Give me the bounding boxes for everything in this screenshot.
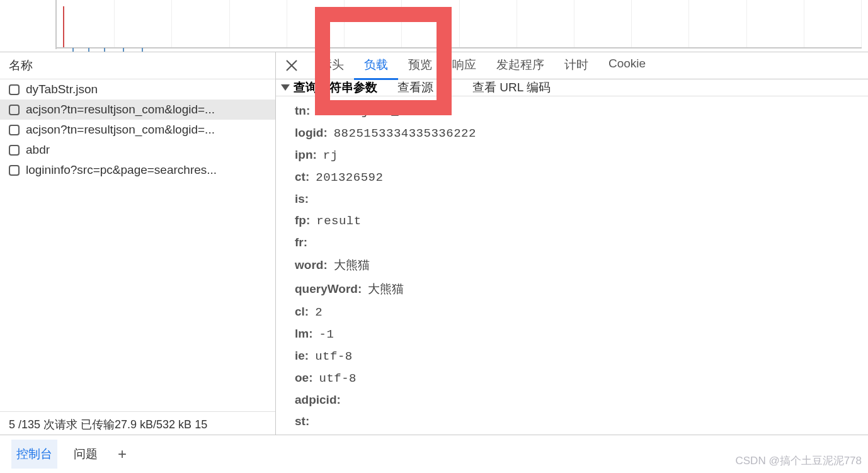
param-value: 8825153334335336222 (334, 127, 476, 140)
param-value: utf-8 (319, 372, 357, 385)
param-key: fr: (295, 236, 307, 249)
file-type-icon (9, 125, 20, 135)
param-row: oe:utf-8 (295, 371, 849, 385)
request-name: dyTabStr.json (26, 83, 98, 96)
param-row: is: (295, 192, 849, 206)
param-key: word: (295, 258, 328, 272)
request-row[interactable]: dyTabStr.json (0, 79, 275, 100)
chevron-down-icon (281, 84, 290, 91)
file-type-icon (9, 145, 20, 156)
param-row: logid:8825153334335336222 (295, 126, 849, 140)
param-value: rj (323, 149, 338, 162)
param-value: 201326592 (316, 171, 383, 185)
request-row[interactable]: logininfo?src=pc&page=searchres... (0, 160, 275, 180)
param-key: cl: (295, 305, 309, 319)
requests-header: 名称 (0, 52, 275, 79)
param-row: word:大熊猫 (295, 257, 849, 273)
requests-pane: 名称 dyTabStr.jsonacjson?tn=resultjson_com… (0, 52, 276, 435)
param-row: tn:resultjson_com (295, 104, 849, 118)
payload-subheader: 查询字符串参数 查看源 查看 URL 编码 (276, 79, 868, 96)
tab-6[interactable]: Cookie (598, 52, 656, 80)
section-title: 查询字符串参数 (294, 79, 377, 96)
view-source-link[interactable]: 查看源 (397, 79, 433, 96)
request-row[interactable]: acjson?tn=resultjson_com&logid=... (0, 120, 275, 140)
param-row: queryWord:大熊猫 (295, 281, 849, 297)
request-row[interactable]: abdr (0, 140, 275, 160)
param-row: st: (295, 414, 849, 428)
param-row: ie:utf-8 (295, 349, 849, 363)
param-value: utf-8 (315, 350, 353, 363)
tab-0[interactable]: 标头 (310, 52, 354, 80)
tab-4[interactable]: 发起程序 (486, 52, 554, 80)
param-value: resultjson_com (316, 105, 421, 118)
file-type-icon (9, 165, 20, 176)
tab-2[interactable]: 预览 (398, 52, 442, 80)
param-key: oe: (295, 371, 313, 385)
request-name: logininfo?src=pc&page=searchres... (26, 163, 217, 177)
param-row: cl:2 (295, 305, 849, 319)
param-value: 大熊猫 (334, 257, 370, 273)
param-row: adpicid: (295, 393, 849, 407)
param-key: ie: (295, 349, 309, 363)
request-name: abdr (26, 143, 50, 157)
view-urlencoded-link[interactable]: 查看 URL 编码 (472, 79, 551, 96)
param-key: ipn: (295, 148, 317, 162)
query-string-section[interactable]: 查询字符串参数 (280, 79, 377, 96)
watermark: CSDN @搞个土豆泥泥778 (735, 453, 862, 468)
param-key: tn: (295, 104, 310, 118)
details-pane: 标头负载预览响应发起程序计时Cookie 查询字符串参数 查看源 查看 URL … (276, 52, 868, 435)
tab-5[interactable]: 计时 (554, 52, 598, 80)
close-icon[interactable] (280, 54, 304, 77)
param-value: result (316, 214, 361, 228)
param-value: 2 (315, 305, 323, 319)
param-row: ct:201326592 (295, 170, 849, 185)
param-row: ipn:rj (295, 148, 849, 162)
param-key: st: (295, 414, 309, 428)
drawer-tab-1[interactable]: 问题 (69, 440, 103, 469)
payload-list: tn:resultjson_comlogid:88251533343353362… (276, 96, 868, 443)
param-key: is: (295, 192, 309, 206)
drawer-tab-0[interactable]: 控制台 (11, 440, 57, 469)
param-row: fr: (295, 236, 849, 249)
param-key: adpicid: (295, 393, 341, 407)
network-timeline (0, 0, 868, 52)
request-row[interactable]: acjson?tn=resultjson_com&logid=... (0, 100, 275, 120)
request-name: acjson?tn=resultjson_com&logid=... (26, 123, 215, 137)
param-key: fp: (295, 214, 310, 227)
param-key: ct: (295, 170, 309, 184)
tab-3[interactable]: 响应 (442, 52, 486, 80)
file-type-icon (9, 105, 20, 115)
param-row: lm:-1 (295, 327, 849, 341)
requests-status: 5 /135 次请求 已传输27.9 kB/532 kB 15 (0, 411, 275, 435)
param-key: lm: (295, 327, 313, 341)
details-tabs: 标头负载预览响应发起程序计时Cookie (276, 52, 868, 79)
file-type-icon (9, 84, 20, 95)
param-row: fp:result (295, 214, 849, 228)
tab-1[interactable]: 负载 (354, 52, 398, 80)
requests-list: dyTabStr.jsonacjson?tn=resultjson_com&lo… (0, 79, 275, 411)
param-value: -1 (319, 328, 334, 341)
param-key: queryWord: (295, 282, 362, 296)
request-name: acjson?tn=resultjson_com&logid=... (26, 103, 215, 117)
add-tab-icon[interactable]: + (118, 445, 127, 463)
param-value: 大熊猫 (368, 281, 404, 297)
param-key: logid: (295, 126, 328, 140)
